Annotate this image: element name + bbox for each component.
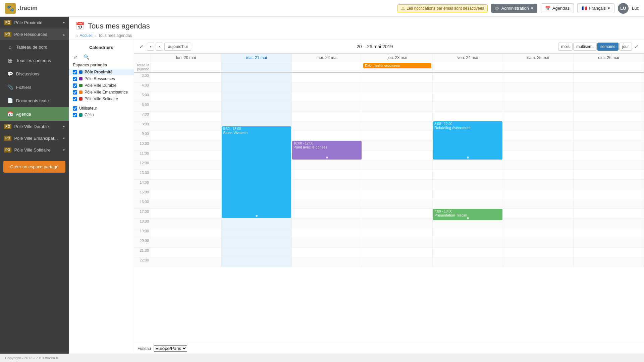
- view-mois-button[interactable]: mois: [558, 43, 573, 51]
- calendar-item-pole-ville-durable[interactable]: Pôle Ville Durable: [69, 82, 134, 89]
- sidebar-item-label: Agenda: [16, 112, 65, 117]
- time-slot-cell: [433, 73, 503, 82]
- time-slot-cell: [151, 112, 221, 121]
- admin-button[interactable]: ⚙ Administration ▾: [491, 4, 537, 13]
- calendars-title: Calendriers: [69, 43, 134, 53]
- notification-icon: ⚠: [401, 6, 405, 11]
- sidebar-item-pole-ressources[interactable]: PÔ Pôle Ressources ▴: [0, 28, 69, 40]
- breadcrumb: ⌂ Accueil » Tous mes agendas: [75, 33, 637, 38]
- view-semaine-button[interactable]: semaine: [597, 43, 619, 51]
- time-slot-cell: [433, 112, 503, 121]
- time-slot-cell: [433, 238, 503, 248]
- refresh-button[interactable]: ⤢: [633, 43, 641, 50]
- sidebar-item-fichiers[interactable]: 📎 Fichiers: [0, 80, 69, 94]
- sidebar-item-pole-ville-durable[interactable]: PÔ Pôle Ville Durable ▾: [0, 121, 69, 132]
- sidebar-item-documents-texte[interactable]: 📄 Documents texte: [0, 94, 69, 107]
- calendar-checkbox[interactable]: [73, 77, 77, 81]
- chevron-down-icon: ▾: [63, 136, 65, 140]
- grid-icon: ▦: [7, 57, 13, 64]
- time-label: 21:00: [134, 248, 151, 257]
- time-slot-cell: [503, 189, 574, 199]
- calendar-label: Pôle Ville Durable: [85, 83, 116, 88]
- calendar-item-celia[interactable]: Célia: [69, 112, 134, 118]
- allday-event-rdv[interactable]: Rdv - point ressource: [363, 63, 431, 68]
- admin-icon: ⚙: [495, 6, 499, 11]
- event-block-presentation-tracim[interactable]: 7:00 - 18:00 Présentation Tracim: [433, 209, 502, 220]
- chevron-down-icon: ▾: [63, 148, 65, 152]
- calendar-item-pole-ville-solidaire[interactable]: Pôle Ville Solidaire: [69, 96, 134, 102]
- time-slot-cell: [221, 102, 292, 112]
- breadcrumb-home-link[interactable]: Accueil: [79, 33, 93, 38]
- language-button[interactable]: 🇫🇷 Français ▾: [577, 3, 614, 13]
- search-calendar-button[interactable]: 🔍: [82, 53, 91, 61]
- timezone-label: Fuseau: [138, 346, 151, 351]
- allday-cell-tue: [221, 62, 292, 73]
- app-logo[interactable]: 🐾 .tracim: [5, 3, 38, 14]
- avatar[interactable]: LU: [618, 3, 629, 14]
- sidebar-item-pole-proximite[interactable]: PÔ Pôle Proximité ▾: [0, 17, 69, 28]
- sidebar-item-pole-ville-solidaire[interactable]: PÔ Pôle Ville Solidaire ▾: [0, 144, 69, 156]
- sidebar-item-discussions[interactable]: 💬 Discussions: [0, 67, 69, 80]
- calendar-checkbox[interactable]: [73, 113, 77, 117]
- allday-cell-fri: [433, 62, 503, 73]
- fullscreen-button[interactable]: ⤢: [138, 43, 146, 50]
- calendar-checkbox[interactable]: [73, 90, 77, 95]
- calendar-checkbox[interactable]: [73, 106, 77, 111]
- day-header-mon: lun. 20 mai: [151, 54, 221, 62]
- calendar-color-dot: [79, 70, 83, 74]
- time-slot-cell: [221, 92, 292, 102]
- sidebar-item-tous-contenus[interactable]: ▦ Tous les contenus: [0, 54, 69, 67]
- event-time: 10:00 - 12:00: [293, 141, 360, 145]
- time-slot-cell: [292, 219, 362, 228]
- time-slot-cell: [151, 150, 221, 160]
- calendar-item-pole-proximite[interactable]: Pôle Proximité: [69, 69, 134, 75]
- event-block-salon-vivatech[interactable]: 8:30 - 18:00 Salon Vivatech: [222, 126, 291, 218]
- time-slot-cell: [574, 141, 644, 150]
- expand-calendar-button[interactable]: ⤢: [71, 53, 79, 61]
- calendar-color-dot: [79, 97, 83, 101]
- po-badge: PÔ: [4, 124, 11, 129]
- time-slot-cell: [292, 189, 362, 199]
- time-slot-cell: [151, 180, 221, 189]
- time-label: 17:00: [134, 209, 151, 219]
- prev-button[interactable]: ‹: [147, 43, 154, 51]
- time-slot-cell: [503, 248, 574, 257]
- sidebar-item-agenda[interactable]: 📅 Agenda: [0, 107, 69, 121]
- time-slot-cell: [292, 102, 362, 112]
- create-shared-space-button[interactable]: Créer un espace partagé: [3, 161, 65, 173]
- timezone-select[interactable]: Europe/Paris: [154, 345, 187, 352]
- time-label: 5:00: [134, 92, 151, 102]
- time-slot-cell: [362, 248, 433, 257]
- time-slot-cell: [221, 82, 292, 92]
- time-slot-cell: [292, 228, 362, 238]
- breadcrumb-separator: »: [94, 33, 97, 38]
- calendar-checkbox[interactable]: [73, 83, 77, 88]
- time-label: 12:00: [134, 160, 151, 170]
- time-slot-cell: [503, 257, 574, 267]
- notification-bar: ⚠ Les notifications par email sont désac…: [397, 4, 488, 12]
- chevron-down-icon: ▾: [63, 21, 65, 24]
- calendar-label: Pôle Ville Emancipatrice: [85, 90, 128, 95]
- calendar-item-pole-ville-emancipatrice[interactable]: Pôle Ville Emancipatrice: [69, 89, 134, 96]
- time-slot-cell: [433, 82, 503, 92]
- time-slot-cell: [292, 170, 362, 180]
- calendar-checkbox[interactable]: [73, 97, 77, 101]
- agendas-icon: 📅: [545, 6, 550, 11]
- sidebar-item-pole-ville-emancipat[interactable]: PÔ Pôle Ville Emancipat... ▾: [0, 132, 69, 144]
- time-slots-grid: 3:004:005:006:007:008:009:0010:0011:0012…: [134, 73, 644, 267]
- calendar-item-pole-ressources[interactable]: Pôle Ressources: [69, 75, 134, 82]
- time-slot-cell: [221, 219, 292, 228]
- calendar-item-utilisateur[interactable]: Utilisateur: [69, 105, 134, 112]
- time-slot-cell: [574, 257, 644, 267]
- today-button[interactable]: aujourd'hui: [164, 43, 191, 51]
- next-button[interactable]: ›: [156, 43, 163, 51]
- event-block-debriefing-evenement[interactable]: 8:00 - 12:00 Debriefing évènement: [433, 121, 502, 160]
- view-multisem-button[interactable]: multisem.: [573, 43, 596, 51]
- agendas-button[interactable]: 📅 Agendas: [541, 3, 574, 13]
- day-header-sat: sam. 25 mai: [503, 54, 574, 62]
- view-jour-button[interactable]: jour: [619, 43, 632, 51]
- sidebar-item-tableau-de-bord[interactable]: ⌂ Tableau de bord: [0, 40, 69, 54]
- time-slot-cell: [362, 180, 433, 189]
- event-block-point-conseil[interactable]: 10:00 - 12:00 Point avec le conseil: [292, 141, 362, 160]
- calendar-checkbox[interactable]: [73, 70, 77, 74]
